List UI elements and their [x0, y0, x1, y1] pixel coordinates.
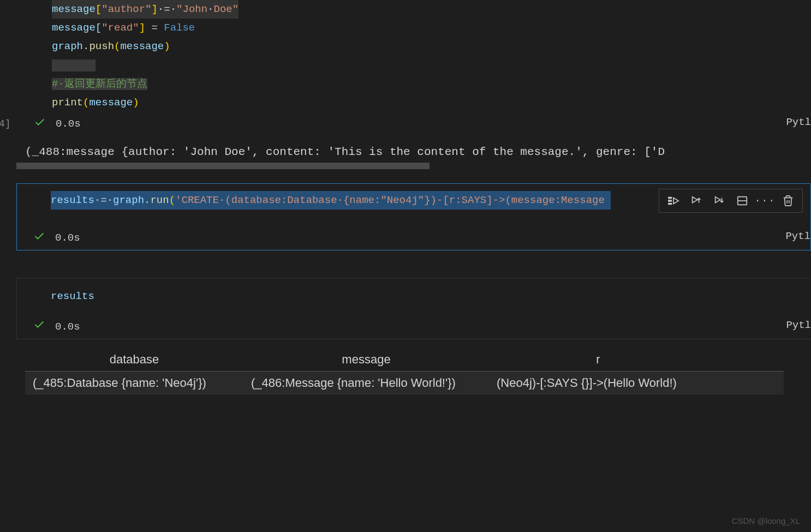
table-header-row: database message r: [25, 348, 784, 372]
cell-3[interactable]: results 0.0s Pytl: [16, 278, 811, 339]
language-badge: Pytl: [786, 319, 811, 331]
watermark: CSDN @loong_XL: [732, 516, 800, 525]
code-line-blank[interactable]: [0, 56, 811, 75]
cell-message: (_486:Message {name: 'Hello World!'}): [243, 372, 489, 394]
run-by-line-icon[interactable]: [667, 194, 680, 207]
run-below-icon[interactable]: [713, 194, 726, 207]
language-badge: Pytl: [786, 116, 811, 128]
svg-marker-5: [715, 197, 720, 203]
execution-time: 0.0s: [55, 321, 80, 333]
cell-database: (_485:Database {name: 'Neo4j'}): [25, 372, 243, 394]
language-badge: Pytl: [785, 230, 810, 242]
cell-1: message["author"]·=·"John·Doe" message["…: [0, 0, 811, 136]
check-icon: [34, 116, 50, 132]
svg-rect-0: [669, 198, 672, 199]
column-header-r: r: [489, 348, 707, 371]
cell-3-status: 0.0s Pytl: [17, 315, 811, 339]
svg-rect-1: [669, 200, 672, 201]
horizontal-scrollbar[interactable]: [16, 163, 811, 169]
cell-toolbar: ···: [659, 189, 803, 213]
scrollbar-thumb[interactable]: [16, 163, 430, 169]
column-header-message: message: [243, 348, 489, 371]
run-above-icon[interactable]: [690, 194, 703, 207]
cell-1-status: 4] 0.0s Pytl: [0, 112, 811, 136]
execution-time: 0.0s: [55, 232, 80, 244]
execution-count: 4]: [0, 118, 11, 129]
cell-2-status: 0.0s Pytl: [17, 226, 810, 250]
table-row: (_485:Database {name: 'Neo4j'}) (_486:Me…: [25, 372, 784, 394]
cell-1-output: (_488:message {author: 'John Doe', conte…: [0, 146, 811, 158]
code-line-results-var[interactable]: results: [17, 287, 811, 306]
svg-marker-4: [693, 197, 697, 203]
code-line-5[interactable]: print(message): [0, 93, 811, 112]
more-icon[interactable]: ···: [759, 194, 772, 207]
delete-icon[interactable]: [782, 194, 795, 207]
column-header-database: database: [25, 348, 243, 371]
svg-marker-3: [673, 198, 678, 204]
code-line-3[interactable]: graph.push(message): [0, 37, 811, 56]
code-line-comment[interactable]: #·返回更新后的节点: [0, 75, 811, 93]
svg-rect-2: [669, 204, 672, 205]
split-cell-icon[interactable]: [736, 194, 749, 207]
code-line-2[interactable]: message["read"] = False: [0, 19, 811, 37]
results-table: database message r (_485:Database {name:…: [25, 348, 784, 394]
execution-time: 0.0s: [56, 118, 81, 130]
check-icon: [33, 319, 50, 334]
cell-r: (Neo4j)-[:SAYS {}]->(Hello World!): [489, 372, 707, 394]
code-line-1[interactable]: message["author"]·=·"John·Doe": [0, 0, 811, 19]
check-icon: [33, 230, 50, 246]
